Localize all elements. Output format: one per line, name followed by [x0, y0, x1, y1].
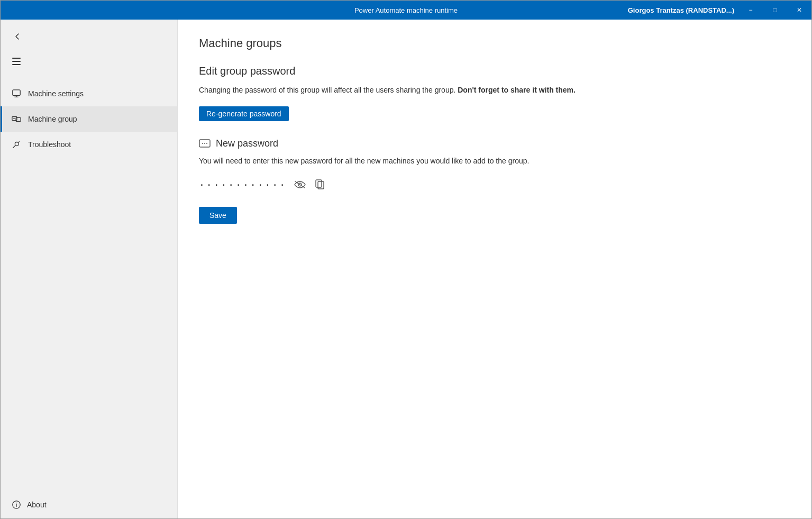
svg-point-12 [204, 143, 205, 144]
minimize-button[interactable]: − [738, 1, 763, 20]
svg-rect-17 [316, 180, 322, 187]
machine-group-label: Machine group [28, 115, 77, 123]
about-icon [11, 499, 22, 510]
app-title: Power Automate machine runtime [271, 6, 541, 14]
svg-point-9 [16, 503, 16, 503]
regenerate-password-button[interactable]: Re-generate password [199, 106, 289, 121]
hamburger-line-1 [12, 58, 21, 59]
password-section-title: New password [216, 138, 278, 149]
about-label: About [27, 500, 47, 509]
svg-rect-16 [318, 181, 324, 189]
password-field-row: ············ [199, 177, 790, 192]
toggle-password-visibility-button[interactable] [292, 178, 308, 191]
main-content: Machine groups Edit group password Chang… [178, 20, 811, 518]
sidebar-header [1, 20, 177, 49]
app-body: Machine settings Machine group [1, 20, 811, 518]
about-button[interactable]: About [1, 491, 177, 518]
page-title: Machine groups [199, 37, 790, 50]
sidebar: Machine settings Machine group [1, 20, 178, 518]
description-text: Changing the password of this group will… [199, 85, 790, 96]
sidebar-item-machine-group[interactable]: Machine group [1, 106, 177, 132]
svg-rect-0 [13, 90, 20, 96]
titlebar: Power Automate machine runtime Giorgos T… [1, 1, 811, 20]
copy-password-button[interactable] [313, 177, 327, 192]
password-value: ············ [199, 179, 287, 190]
copy-icon [315, 179, 325, 190]
sidebar-item-machine-settings[interactable]: Machine settings [1, 81, 177, 106]
back-button[interactable] [9, 28, 26, 45]
back-icon [13, 32, 22, 41]
machine-settings-icon [11, 88, 22, 99]
troubleshoot-icon [11, 139, 22, 150]
titlebar-right: Giorgos Trantzas (RANDSTAD...) − □ ✕ [541, 1, 811, 20]
svg-point-6 [15, 142, 19, 146]
description-bold: Don't forget to share it with them. [458, 86, 576, 94]
save-button[interactable]: Save [199, 207, 237, 224]
hamburger-line-3 [12, 64, 21, 65]
password-section: New password You will need to enter this… [199, 138, 790, 224]
close-button[interactable]: ✕ [787, 1, 811, 20]
hamburger-area [1, 49, 177, 77]
window-controls: − □ ✕ [738, 1, 811, 20]
section-title: Edit group password [199, 65, 790, 77]
machine-settings-label: Machine settings [28, 89, 84, 98]
sidebar-item-troubleshoot[interactable]: Troubleshoot [1, 132, 177, 157]
svg-point-11 [202, 143, 203, 144]
machine-group-icon [11, 114, 22, 124]
description-normal: Changing the password of this group will… [199, 86, 455, 94]
svg-point-13 [206, 143, 207, 144]
password-section-icon [199, 139, 211, 149]
hamburger-line-2 [12, 61, 21, 62]
hamburger-button[interactable] [9, 54, 24, 68]
password-section-header: New password [199, 138, 790, 149]
maximize-button[interactable]: □ [763, 1, 787, 20]
troubleshoot-label: Troubleshoot [28, 140, 71, 149]
password-description: You will need to enter this new password… [199, 156, 790, 167]
sidebar-nav: Machine settings Machine group [1, 77, 177, 491]
eye-icon [294, 180, 306, 189]
titlebar-user: Giorgos Trantzas (RANDSTAD...) [628, 6, 734, 14]
